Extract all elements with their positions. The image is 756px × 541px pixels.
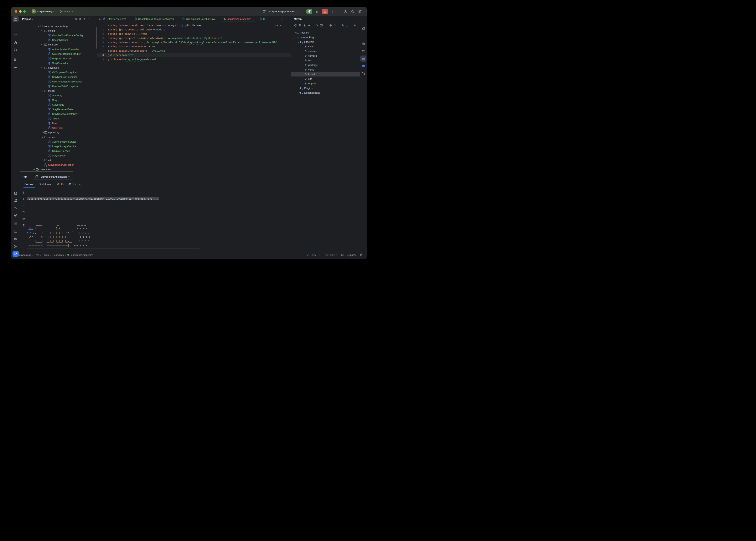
sync-all-projects-icon[interactable] bbox=[298, 23, 302, 28]
breadcrumb-item[interactable]: main› bbox=[42, 254, 51, 257]
project-tree-row[interactable]: UserRole bbox=[20, 126, 97, 130]
maven-tree-row[interactable]: package bbox=[291, 63, 360, 67]
tree-chevron-icon[interactable] bbox=[297, 90, 300, 95]
project-tree-row[interactable]: config bbox=[20, 28, 97, 33]
terminal-tool-button[interactable] bbox=[13, 229, 18, 234]
breadcrumb-item[interactable]: application.properties bbox=[67, 254, 95, 257]
tree-chevron-icon[interactable] bbox=[301, 81, 304, 86]
add-icon[interactable] bbox=[307, 23, 312, 28]
editor-line[interactable]: 6 spring.datasource.username = root bbox=[97, 45, 291, 49]
project-tree-row[interactable]: StayController bbox=[20, 61, 97, 65]
tree-chevron-icon[interactable] bbox=[45, 70, 48, 75]
close-icon[interactable] bbox=[333, 23, 338, 28]
tree-chevron-icon[interactable] bbox=[301, 77, 304, 81]
traffic-lights[interactable] bbox=[15, 10, 28, 13]
tree-chevron-icon[interactable] bbox=[301, 72, 304, 77]
tree-chevron-icon[interactable] bbox=[41, 163, 44, 167]
indent-setting[interactable]: 4 spaces bbox=[347, 254, 357, 257]
project-tree-row[interactable]: com.eve.staybooking bbox=[20, 24, 97, 28]
more-tools-button[interactable] bbox=[13, 65, 18, 70]
project-tree-row[interactable]: User bbox=[20, 121, 97, 126]
clipped-tab-text[interactable]: a bbox=[99, 18, 101, 20]
project-tree-row[interactable]: StayReservedDate bbox=[20, 107, 97, 112]
tree-chevron-icon[interactable] bbox=[45, 61, 48, 65]
thread-dump-camera-icon[interactable] bbox=[68, 182, 72, 187]
commit-tool-button[interactable] bbox=[13, 32, 18, 37]
tree-chevron-icon[interactable] bbox=[293, 35, 296, 40]
project-tree-row[interactable]: UserAlreadyExistException bbox=[20, 79, 97, 84]
plugin-mascot-icon[interactable] bbox=[13, 198, 18, 203]
tree-chevron-icon[interactable] bbox=[301, 63, 304, 67]
tree-chevron-icon[interactable] bbox=[301, 49, 304, 53]
project-tree-row[interactable]: service bbox=[20, 135, 97, 139]
maven-tree-row[interactable]: deploy bbox=[291, 81, 360, 86]
zoom-window-button[interactable] bbox=[23, 10, 26, 13]
add-user-icon[interactable] bbox=[343, 9, 348, 14]
tree-chevron-icon[interactable] bbox=[45, 139, 48, 144]
exit-icon[interactable] bbox=[72, 182, 77, 187]
editor-tab[interactable]: GCSUploadException.java bbox=[179, 16, 221, 22]
endpoints-tool-button[interactable] bbox=[13, 221, 18, 226]
editor-line[interactable]: 1 spring.datasource.driver-class-name = … bbox=[97, 23, 291, 28]
scroll-up-icon[interactable] bbox=[21, 190, 26, 195]
editor-tab[interactable]: application.properties × bbox=[221, 16, 257, 22]
run-maven-goal-icon[interactable] bbox=[315, 23, 319, 28]
tree-chevron-icon[interactable] bbox=[45, 112, 48, 116]
reload-maven-projects-icon[interactable] bbox=[293, 23, 298, 28]
minimize-window-button[interactable] bbox=[19, 10, 22, 13]
database-tool-button[interactable] bbox=[361, 42, 366, 46]
breadcrumb-item[interactable]: src› bbox=[35, 254, 41, 257]
editor-line[interactable]: 7 spring.datasource.password = Eve123456 bbox=[97, 49, 291, 53]
project-tool-button[interactable] bbox=[13, 16, 19, 22]
project-tree-row[interactable]: ImageStorageService bbox=[20, 144, 97, 149]
scroll-to-end-icon[interactable] bbox=[21, 210, 26, 215]
tree-chevron-icon[interactable] bbox=[297, 40, 300, 44]
code-with-me-tool-button[interactable] bbox=[361, 71, 366, 76]
tree-chevron-icon[interactable] bbox=[45, 116, 48, 121]
editor-tab[interactable]: StayService.java bbox=[101, 16, 131, 22]
execute-maven-goal-icon[interactable] bbox=[319, 23, 324, 28]
project-tree-row[interactable]: Stay bbox=[20, 98, 97, 102]
line-ending[interactable]: LF bbox=[320, 254, 322, 257]
tree-chevron-icon[interactable] bbox=[41, 42, 44, 47]
maven-tree-row[interactable]: Plugins bbox=[291, 86, 360, 90]
services-tool-button[interactable] bbox=[13, 213, 18, 218]
tree-chevron-icon[interactable] bbox=[41, 135, 44, 139]
project-tree-row[interactable]: GoogleCloudStorageConfig bbox=[20, 33, 97, 38]
tree-chevron-icon[interactable] bbox=[45, 93, 48, 98]
tree-chevron-icon[interactable] bbox=[45, 56, 48, 61]
tree-chevron-icon[interactable] bbox=[45, 153, 48, 158]
project-tree-row[interactable]: AuthenticationController bbox=[20, 47, 97, 51]
console-output[interactable]: /Users/eve/Library/Java/JavaVirtualMachi… bbox=[27, 188, 360, 249]
tab-console[interactable]: Console bbox=[22, 180, 36, 188]
rerun-application-icon[interactable] bbox=[56, 182, 60, 187]
editor-line[interactable]: 2 spring.jpa.hibernate.ddl-auto = update bbox=[97, 28, 291, 32]
tree-chevron-icon[interactable] bbox=[45, 84, 48, 88]
robot-assistant-icon[interactable] bbox=[341, 253, 344, 257]
tree-chevron-icon[interactable] bbox=[301, 58, 304, 63]
tree-chevron-icon[interactable] bbox=[45, 75, 48, 79]
pull-requests-tool-button[interactable] bbox=[13, 48, 18, 52]
options-kebab-icon[interactable] bbox=[87, 17, 91, 21]
file-encoding[interactable]: ISO-8859-1 bbox=[326, 254, 337, 257]
tree-chevron-icon[interactable] bbox=[45, 47, 48, 51]
maven-tree-row[interactable]: clean bbox=[291, 44, 360, 49]
tree-chevron-icon[interactable] bbox=[45, 33, 48, 38]
unlocked-padlock-icon[interactable] bbox=[360, 253, 363, 257]
print-icon[interactable] bbox=[21, 216, 26, 221]
maven-tool-button[interactable]: m bbox=[360, 56, 367, 62]
chevron-down-icon[interactable] bbox=[32, 18, 34, 20]
maven-tree-row[interactable]: install bbox=[291, 72, 360, 77]
analyze-dependencies-icon[interactable] bbox=[341, 23, 345, 28]
project-tree-row[interactable]: RegisterController bbox=[20, 56, 97, 61]
editor-line[interactable]: 4 spring.jpa.properties.hibernate.dialec… bbox=[97, 36, 291, 40]
editor-line[interactable]: 8 jwt.secret=secret bbox=[97, 53, 291, 57]
project-tree-row[interactable]: exception bbox=[20, 65, 97, 70]
tree-chevron-icon[interactable] bbox=[41, 130, 44, 135]
notifications-bell-icon[interactable] bbox=[361, 26, 366, 31]
stop-application-icon[interactable] bbox=[60, 182, 65, 187]
tree-chevron-icon[interactable] bbox=[45, 98, 48, 102]
version-control-tool-button[interactable] bbox=[13, 244, 18, 249]
project-name-button[interactable]: staybooking bbox=[37, 10, 52, 13]
ai-chat-tool-button[interactable] bbox=[361, 64, 366, 68]
